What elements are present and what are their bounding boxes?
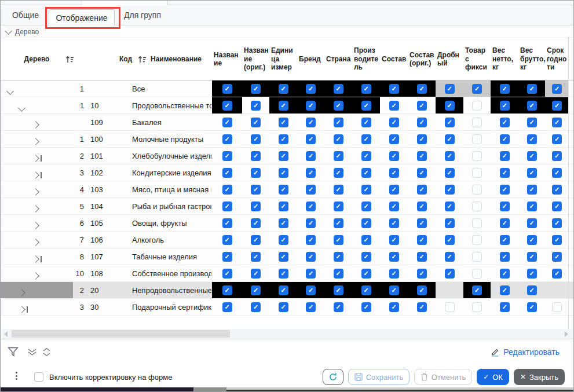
checkbox-cell[interactable]: ✓ [297,232,324,248]
checkbox-cell[interactable]: ✓ [242,148,269,164]
checkbox-checked[interactable]: ✓ [222,118,232,127]
checkbox-checked[interactable]: ✓ [500,302,510,312]
checkbox-cell[interactable]: ✓ [408,198,436,214]
checkbox-checked[interactable]: ✓ [222,151,232,161]
checkbox-checked[interactable]: ✓ [527,202,537,211]
checkbox-cell[interactable]: ✓ [297,80,324,97]
checkbox-cell[interactable]: ✓ [352,131,380,147]
checkbox-checked[interactable]: ✓ [251,101,261,111]
checkbox-cell[interactable]: ✓ [269,232,297,248]
checkbox-cell[interactable]: ✓ [297,198,324,214]
checkbox-cell[interactable]: ✓ [408,215,436,231]
column-header-checkbox-5[interactable]: Произ водите ль [352,38,380,80]
checkbox-checked[interactable]: ✓ [389,118,399,127]
checkbox-checked[interactable]: ✓ [417,252,427,262]
tree-row[interactable]: 220Непродовольственные товары✓✓✓✓✓✓✓✓✓✓✓ [1,282,573,299]
checkbox-checked[interactable]: ✓ [500,118,510,127]
checkbox-checked[interactable]: ✓ [306,134,316,144]
checkbox-cell[interactable]: ✓ [436,114,463,130]
checkbox-cell[interactable]: ✓ [212,215,242,231]
checkbox-checked[interactable]: ✓ [222,218,232,228]
checkbox-cell[interactable]: ✓ [518,299,545,315]
checkbox-unchecked[interactable] [472,235,482,245]
checkbox-checked[interactable]: ✓ [222,285,232,295]
checkbox-cell[interactable]: ✓ [269,164,297,181]
checkbox-checked[interactable]: ✓ [500,101,510,111]
checkbox-checked[interactable]: ✓ [251,84,261,94]
checkbox-cell[interactable]: ✓ [491,80,518,97]
checkbox-cell[interactable]: ✓ [380,181,408,197]
checkbox-checked[interactable]: ✓ [361,101,371,111]
checkbox-checked[interactable]: ✓ [500,269,510,279]
checkbox-checked[interactable]: ✓ [306,202,316,211]
checkbox-cell[interactable] [463,164,491,181]
checkbox-cell[interactable]: ✓ [269,114,297,130]
checkbox-cell[interactable]: ✓ [545,164,569,181]
checkbox-checked[interactable]: ✓ [279,134,288,144]
checkbox-cell[interactable]: ✓ [380,131,408,147]
checkbox-checked[interactable]: ✓ [389,235,399,245]
checkbox-unchecked[interactable] [552,302,562,312]
checkbox-checked[interactable]: ✓ [527,235,537,245]
checkbox-cell[interactable]: ✓ [380,232,408,248]
checkbox-checked[interactable]: ✓ [500,168,510,178]
tree-row[interactable]: 110Продовольственные товары✓✓✓✓✓✓✓✓✓✓✓✓ [1,97,573,114]
checkbox-cell[interactable]: ✓ [297,299,324,315]
checkbox-checked[interactable]: ✓ [222,252,232,262]
checkbox-cell[interactable]: ✓ [242,97,269,113]
checkbox-checked[interactable]: ✓ [500,252,510,262]
checkbox-cell[interactable]: ✓ [491,198,518,214]
checkbox-checked[interactable]: ✓ [222,134,232,144]
checkbox-checked[interactable]: ✓ [389,185,399,195]
checkbox-unchecked[interactable] [472,202,482,211]
checkbox-checked[interactable]: ✓ [500,84,510,94]
checkbox-unchecked[interactable] [472,218,482,228]
checkbox-cell[interactable]: ✓ [408,181,436,197]
column-header-checkbox-1[interactable]: Назван ие (ориг.) [242,38,269,80]
column-header-checkbox-7[interactable]: Состав (ориг.) [408,38,436,80]
checkbox-checked[interactable]: ✓ [389,302,399,312]
checkbox-checked[interactable]: ✓ [552,84,562,94]
checkbox-cell[interactable]: ✓ [436,232,463,248]
tree-row[interactable]: 7106Алкоголь✓✓✓✓✓✓✓✓✓✓✓✓ [1,232,573,248]
checkbox-cell[interactable]: ✓ [242,232,269,248]
checkbox-checked[interactable]: ✓ [445,84,455,94]
checkbox-cell[interactable]: ✓ [212,164,242,181]
checkbox-checked[interactable]: ✓ [445,101,455,111]
checkbox-checked[interactable]: ✓ [472,84,482,94]
checkbox-checked[interactable]: ✓ [361,252,371,262]
collapse-all-icon[interactable] [27,348,37,358]
horizontal-scrollbar[interactable] [1,329,573,339]
cancel-button[interactable]: Отменить [414,369,472,385]
checkbox-checked[interactable]: ✓ [552,168,562,178]
checkbox-checked[interactable]: ✓ [552,218,562,228]
checkbox-checked[interactable]: ✓ [334,235,343,245]
column-header-checkbox-12[interactable]: Срок годно ти [545,38,569,80]
checkbox-checked[interactable]: ✓ [527,218,537,228]
checkbox-cell[interactable]: ✓ [545,114,569,130]
checkbox-cell[interactable]: ✓ [242,114,269,130]
checkbox-cell[interactable]: ✓ [491,265,518,281]
tree-row[interactable]: 3102Кондитерские изделия✓✓✓✓✓✓✓✓✓✓✓✓ [1,164,573,181]
checkbox-checked[interactable]: ✓ [417,185,427,195]
checkbox-checked[interactable]: ✓ [279,218,288,228]
checkbox-checked[interactable]: ✓ [417,134,427,144]
checkbox-checked[interactable]: ✓ [306,101,316,111]
checkbox-cell[interactable]: ✓ [408,282,436,298]
checkbox-cell[interactable]: ✓ [324,282,352,298]
checkbox-checked[interactable]: ✓ [361,269,371,279]
checkbox-cell[interactable]: ✓ [518,232,545,248]
checkbox-cell[interactable]: ✓ [352,198,380,214]
checkbox-checked[interactable]: ✓ [361,218,371,228]
checkbox-cell[interactable]: ✓ [242,198,269,214]
column-header-name[interactable]: Наименование [151,55,202,63]
checkbox-cell[interactable]: ✓ [269,215,297,231]
checkbox-cell[interactable]: ✓ [408,299,436,315]
column-header-checkbox-6[interactable]: Состав [380,38,408,80]
checkbox-checked[interactable]: ✓ [552,101,562,111]
checkbox-checked[interactable]: ✓ [279,269,288,279]
checkbox-checked[interactable]: ✓ [251,285,261,295]
checkbox-cell[interactable]: ✓ [518,198,545,214]
checkbox-checked[interactable]: ✓ [279,101,288,111]
checkbox-cell[interactable]: ✓ [324,80,352,97]
